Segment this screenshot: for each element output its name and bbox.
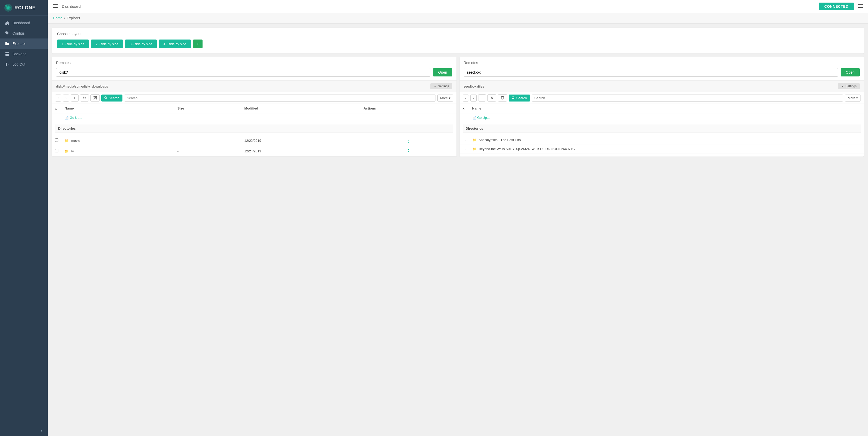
row-checkbox-movie[interactable] xyxy=(55,138,58,142)
panel-right-toolbar-top: seedbox:/files Settings xyxy=(460,81,864,92)
file-name-beyond: 📁 Beyond.the.Walls.S01.720p.AMZN.WEB-DL.… xyxy=(469,145,864,153)
main: Dashboard CONNECTED Home / Explorer Choo… xyxy=(48,0,868,436)
table-row: 📁 Beyond.the.Walls.S01.720p.AMZN.WEB-DL.… xyxy=(460,145,864,153)
sidebar-label-logout: Log Out xyxy=(12,62,25,66)
sidebar-label-explorer: Explorer xyxy=(12,41,26,46)
sidebar-label-dashboard: Dashboard xyxy=(12,21,30,25)
panel-left-forward-btn[interactable]: › xyxy=(63,95,69,101)
panel-right-refresh-btn[interactable]: ↻ xyxy=(488,94,496,101)
layout-btn-1[interactable]: 1 - side by side xyxy=(57,39,89,48)
svg-point-14 xyxy=(104,97,107,99)
sidebar-item-explorer[interactable]: Explorer xyxy=(0,38,48,49)
panel-left-image-btn[interactable]: 🖼 xyxy=(90,94,100,101)
svg-rect-4 xyxy=(5,52,9,53)
go-up-row-left: 📄 Go Up... xyxy=(52,113,457,122)
panel-left-remotes-row: Open xyxy=(56,68,452,77)
sidebar-item-configs[interactable]: Configs xyxy=(0,28,48,38)
breadcrumb: Home / Explorer xyxy=(48,13,868,24)
table-row: 📁 tv - 12/24/2019 ⋮ xyxy=(52,146,457,157)
svg-rect-9 xyxy=(53,7,58,8)
panel-left-add-btn[interactable]: + xyxy=(71,94,79,101)
chevron-left-icon xyxy=(39,429,44,433)
panel-right-file-table: x Name 📄 Go Up... xyxy=(460,104,864,153)
svg-point-17 xyxy=(512,97,514,99)
sidebar-nav: Dashboard Configs Explorer Backend xyxy=(0,16,48,426)
go-up-row-right: 📄 Go Up... xyxy=(460,113,864,122)
breadcrumb-home[interactable]: Home xyxy=(53,16,63,20)
folder-icon-apocalyptica: 📁 xyxy=(472,138,476,142)
content: Home / Explorer Choose Layout 1 - side b… xyxy=(48,13,868,436)
explorer-panels: Remotes Open disk://media/somedisk/_down… xyxy=(52,57,864,157)
row-checkbox-beyond[interactable] xyxy=(463,147,466,150)
home-icon xyxy=(5,21,9,25)
row-checkbox-tv[interactable] xyxy=(55,149,58,152)
server-icon xyxy=(5,52,9,56)
panel-right-settings-btn[interactable]: Settings xyxy=(838,83,860,89)
directories-label-right: Directories xyxy=(463,124,861,133)
panel-right-add-btn[interactable]: + xyxy=(478,94,486,101)
panel-right-image-btn[interactable]: 🖼 xyxy=(498,94,507,101)
col-name-right: Name xyxy=(469,104,864,113)
panel-right-open-btn[interactable]: Open xyxy=(841,68,860,76)
go-up-link-left[interactable]: 📄 Go Up... xyxy=(65,116,82,120)
panel-left-remote-input[interactable] xyxy=(56,68,430,77)
file-size-tv: - xyxy=(175,146,241,157)
logout-icon xyxy=(5,62,9,66)
topbar-menu-icon[interactable] xyxy=(858,4,863,9)
panel-right-more-btn[interactable]: More ▾ xyxy=(845,95,861,101)
sidebar: RCLONE Dashboard Configs Explorer xyxy=(0,0,48,436)
svg-rect-7 xyxy=(53,4,58,5)
sidebar-item-logout[interactable]: Log Out xyxy=(0,59,48,69)
layout-btn-3[interactable]: 3 - side by side xyxy=(125,39,157,48)
connected-button[interactable]: CONNECTED xyxy=(819,3,854,10)
sidebar-collapse-btn[interactable] xyxy=(0,426,48,436)
search-icon-right xyxy=(512,96,515,99)
panel-right-search-btn[interactable]: Search xyxy=(509,95,530,101)
svg-rect-10 xyxy=(858,4,863,5)
file-modified-tv: 12/24/2019 xyxy=(241,146,361,157)
svg-point-16 xyxy=(842,86,843,87)
file-name-tv: 📁 tv xyxy=(61,146,175,157)
panel-right-remotes-row: Open xyxy=(464,68,860,77)
col-actions-left: Actions xyxy=(361,104,456,113)
action-dots-tv[interactable]: ⋮ xyxy=(364,148,453,154)
svg-point-2 xyxy=(7,6,9,9)
folder-icon-tv: 📁 xyxy=(65,149,69,153)
file-name-movie: 📁 movie xyxy=(61,135,175,146)
panel-right-path: seedbox:/files xyxy=(464,85,485,88)
panel-left-open-btn[interactable]: Open xyxy=(433,68,452,76)
svg-point-3 xyxy=(5,5,7,7)
settings-icon xyxy=(5,31,9,35)
sidebar-label-backend: Backend xyxy=(12,52,26,56)
folder-icon xyxy=(5,41,9,46)
panel-left-search-btn[interactable]: Search xyxy=(101,95,122,101)
table-row: 📁 movie - 12/22/2019 ⋮ xyxy=(52,135,457,146)
svg-point-13 xyxy=(435,86,436,87)
hamburger-icon[interactable] xyxy=(53,4,58,9)
search-icon-left xyxy=(104,96,107,99)
sidebar-item-backend[interactable]: Backend xyxy=(0,49,48,59)
panel-right: Remotes Open seedbox:/files Settings xyxy=(460,57,864,157)
svg-line-15 xyxy=(106,99,107,99)
row-checkbox-apocalyptica[interactable] xyxy=(463,138,466,141)
table-row: 📁 Apocalyptica - The Best Hits xyxy=(460,135,864,145)
layout-btn-2[interactable]: 2 - side by side xyxy=(91,39,123,48)
layout-btn-plus[interactable]: + xyxy=(193,39,203,48)
panel-left-settings-btn[interactable]: Settings xyxy=(430,83,452,89)
directories-row-right: Directories xyxy=(460,122,864,135)
panel-right-forward-btn[interactable]: › xyxy=(470,95,476,101)
panel-left-back-btn[interactable]: ‹ xyxy=(55,95,61,101)
folder-icon-movie: 📁 xyxy=(65,139,69,143)
panel-right-back-btn[interactable]: ‹ xyxy=(463,95,469,101)
panel-left-more-btn[interactable]: More ▾ xyxy=(437,95,454,101)
layout-btn-4[interactable]: 4 - side by side xyxy=(159,39,191,48)
panel-right-search-input[interactable] xyxy=(532,95,843,101)
go-up-link-right[interactable]: 📄 Go Up... xyxy=(472,116,490,120)
panel-right-remote-input[interactable] xyxy=(464,68,838,77)
svg-rect-12 xyxy=(858,7,863,8)
sidebar-item-dashboard[interactable]: Dashboard xyxy=(0,18,48,28)
panel-left-refresh-btn[interactable]: ↻ xyxy=(80,94,89,101)
action-dots-movie[interactable]: ⋮ xyxy=(364,138,453,143)
panel-left-search-input[interactable] xyxy=(124,95,436,101)
panel-left-toolbar: ‹ › + ↻ 🖼 Search More ▾ xyxy=(52,92,457,104)
